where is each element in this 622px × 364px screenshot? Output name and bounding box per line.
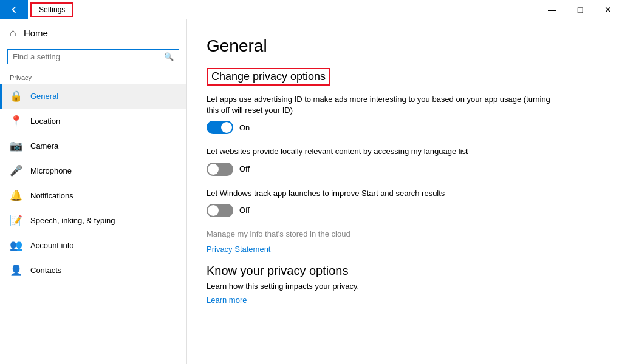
home-icon: ⌂ <box>10 27 16 39</box>
sidebar-item-contacts[interactable]: 👤 Contacts <box>0 258 186 283</box>
notifications-icon: 🔔 <box>10 189 22 202</box>
know-privacy-title: Know your privacy options <box>207 264 603 278</box>
home-label: Home <box>24 28 48 38</box>
sidebar-label-location: Location <box>30 116 60 126</box>
change-privacy-title: Change privacy options <box>207 68 330 86</box>
learn-more-link[interactable]: Learn more <box>207 295 247 305</box>
toggle-language-label: Off <box>239 164 250 174</box>
search-icon: 🔍 <box>164 52 174 61</box>
setting-language: Let websites provide locally relevant co… <box>207 146 603 175</box>
setting-track-row: Off <box>207 204 603 217</box>
minimize-button[interactable]: — <box>538 0 566 19</box>
sidebar-label-general: General <box>30 92 58 101</box>
sidebar-label-speech: Speech, inking, & typing <box>30 216 115 225</box>
setting-advertising-row: On <box>207 121 603 134</box>
setting-track-launches: Let Windows track app launches to improv… <box>207 188 603 217</box>
app-title: Settings <box>30 2 73 17</box>
setting-language-row: Off <box>207 163 603 176</box>
home-nav-item[interactable]: ⌂ Home <box>0 19 186 47</box>
sidebar-item-camera[interactable]: 📷 Camera <box>0 133 186 158</box>
page-title: General <box>207 36 603 56</box>
setting-track-desc: Let Windows track app launches to improv… <box>207 188 559 199</box>
general-icon: 🔒 <box>10 90 22 103</box>
sidebar-item-general[interactable]: 🔒 General <box>0 84 186 109</box>
toggle-language[interactable] <box>207 163 233 176</box>
accountinfo-icon: 👥 <box>10 239 22 252</box>
sidebar-section-label: Privacy <box>0 69 186 84</box>
title-bar: Settings — □ ✕ <box>0 0 622 19</box>
content-area: General Change privacy options Let apps … <box>187 19 622 364</box>
microphone-icon: 🎤 <box>10 164 22 177</box>
speech-icon: 📝 <box>10 214 22 227</box>
sidebar-item-location[interactable]: 📍 Location <box>0 109 186 133</box>
maximize-button[interactable]: □ <box>566 0 594 19</box>
manage-cloud-text: Manage my info that's stored in the clou… <box>207 229 603 238</box>
contacts-icon: 👤 <box>10 264 22 277</box>
close-button[interactable]: ✕ <box>594 0 622 19</box>
toggle-thumb-track <box>208 205 219 216</box>
sidebar: ⌂ Home 🔍 Privacy 🔒 General 📍 Location 📷 … <box>0 19 187 364</box>
setting-advertising-desc: Let apps use advertising ID to make ads … <box>207 94 559 116</box>
toggle-thumb-advertising <box>221 122 232 133</box>
location-icon: 📍 <box>10 115 22 127</box>
toggle-thumb-language <box>208 164 219 175</box>
back-button[interactable] <box>0 0 28 19</box>
sidebar-label-contacts: Contacts <box>30 266 61 275</box>
privacy-statement-link[interactable]: Privacy Statement <box>207 244 271 254</box>
toggle-track[interactable] <box>207 204 233 217</box>
search-box[interactable]: 🔍 <box>7 49 179 64</box>
toggle-advertising-label: On <box>239 123 250 132</box>
sidebar-label-microphone: Microphone <box>30 166 72 175</box>
sidebar-item-accountinfo[interactable]: 👥 Account info <box>0 233 186 258</box>
know-privacy-desc: Learn how this setting impacts your priv… <box>207 281 603 291</box>
sidebar-item-notifications[interactable]: 🔔 Notifications <box>0 183 186 208</box>
sidebar-label-notifications: Notifications <box>30 191 73 200</box>
sidebar-label-camera: Camera <box>30 141 58 150</box>
toggle-track-label: Off <box>239 206 250 215</box>
setting-language-desc: Let websites provide locally relevant co… <box>207 146 559 157</box>
sidebar-label-accountinfo: Account info <box>30 241 74 250</box>
sidebar-item-speech[interactable]: 📝 Speech, inking, & typing <box>0 208 186 233</box>
search-input[interactable] <box>13 52 160 61</box>
toggle-advertising[interactable] <box>207 121 233 134</box>
sidebar-item-microphone[interactable]: 🎤 Microphone <box>0 158 186 183</box>
camera-icon: 📷 <box>10 140 22 152</box>
window-controls: — □ ✕ <box>538 0 622 19</box>
setting-advertising-id: Let apps use advertising ID to make ads … <box>207 94 603 134</box>
app-body: ⌂ Home 🔍 Privacy 🔒 General 📍 Location 📷 … <box>0 19 622 364</box>
